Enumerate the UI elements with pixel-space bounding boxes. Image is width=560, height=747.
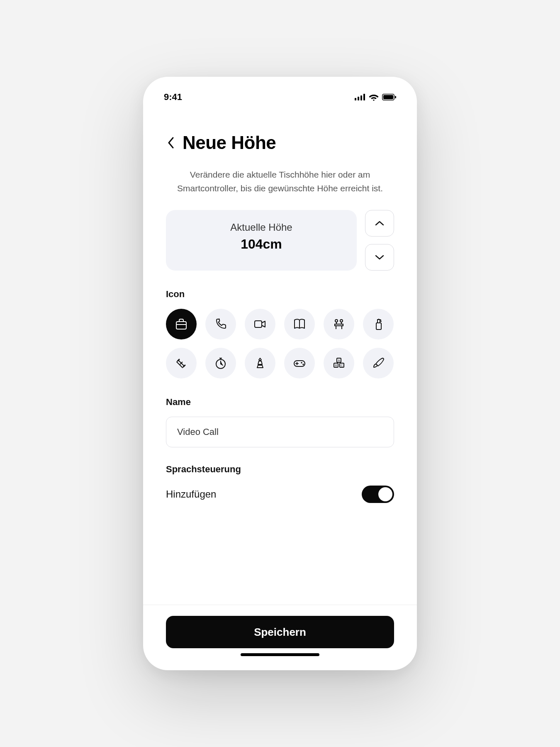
svg-rect-3 bbox=[363, 94, 365, 100]
back-button[interactable] bbox=[166, 134, 176, 151]
phone-frame: 9:41 Neue Höhe Veränder bbox=[143, 77, 417, 670]
home-indicator bbox=[241, 653, 319, 656]
footer: Speichern bbox=[143, 605, 417, 670]
battery-icon bbox=[382, 94, 396, 100]
video-icon bbox=[253, 317, 267, 331]
current-height-label: Aktuelle Höhe bbox=[170, 222, 353, 233]
svg-rect-5 bbox=[383, 95, 393, 99]
dumbbell-icon bbox=[174, 356, 188, 370]
status-bar: 9:41 bbox=[143, 77, 417, 110]
voice-toggle[interactable] bbox=[362, 486, 394, 503]
icon-section-label: Icon bbox=[166, 289, 394, 300]
icon-option-video[interactable] bbox=[245, 309, 275, 339]
svg-rect-0 bbox=[355, 98, 356, 100]
height-down-button[interactable] bbox=[365, 244, 394, 271]
icon-option-phone[interactable] bbox=[205, 309, 236, 339]
current-height-value: 104cm bbox=[170, 237, 353, 252]
page-title: Neue Höhe bbox=[183, 132, 276, 153]
svg-rect-1 bbox=[358, 97, 359, 100]
icon-option-gamepad[interactable] bbox=[284, 348, 315, 378]
icon-grid bbox=[166, 309, 394, 378]
blocks-icon bbox=[332, 356, 346, 370]
stopwatch-icon bbox=[214, 356, 228, 370]
icon-option-chess[interactable] bbox=[245, 348, 275, 378]
icon-option-briefcase[interactable] bbox=[166, 309, 197, 339]
chevron-left-icon bbox=[167, 137, 175, 149]
gamepad-icon bbox=[292, 356, 307, 370]
name-input[interactable] bbox=[166, 417, 394, 447]
current-height-card: Aktuelle Höhe 104cm bbox=[166, 210, 357, 271]
voice-section-label: Sprachsteuerung bbox=[166, 464, 394, 475]
icon-option-blocks[interactable] bbox=[324, 348, 354, 378]
icon-option-meeting[interactable] bbox=[324, 309, 354, 339]
cellular-icon bbox=[355, 94, 365, 100]
name-section-label: Name bbox=[166, 397, 394, 408]
status-indicators bbox=[355, 93, 396, 101]
save-button[interactable]: Speichern bbox=[166, 616, 394, 648]
wifi-icon bbox=[369, 93, 379, 101]
chevron-up-icon bbox=[375, 220, 385, 226]
chevron-down-icon bbox=[375, 254, 385, 260]
height-up-button[interactable] bbox=[365, 210, 394, 237]
phone-icon bbox=[214, 317, 228, 331]
paintbrush-icon bbox=[371, 356, 385, 370]
icon-option-dumbbell[interactable] bbox=[166, 348, 197, 378]
briefcase-icon bbox=[174, 317, 188, 331]
meeting-icon bbox=[332, 317, 346, 331]
book-icon bbox=[292, 317, 307, 331]
spray-icon bbox=[371, 317, 385, 331]
status-time: 9:41 bbox=[164, 92, 182, 103]
height-stepper bbox=[365, 210, 394, 271]
icon-option-spray[interactable] bbox=[363, 309, 394, 339]
chess-icon bbox=[253, 356, 267, 370]
icon-option-book[interactable] bbox=[284, 309, 315, 339]
icon-option-paintbrush[interactable] bbox=[363, 348, 394, 378]
voice-toggle-label: Hinzufügen bbox=[166, 488, 216, 500]
svg-rect-6 bbox=[395, 96, 396, 98]
icon-option-stopwatch[interactable] bbox=[205, 348, 236, 378]
svg-rect-2 bbox=[360, 95, 362, 100]
page-description: Verändere die aktuelle Tischhöhe hier od… bbox=[166, 168, 394, 195]
